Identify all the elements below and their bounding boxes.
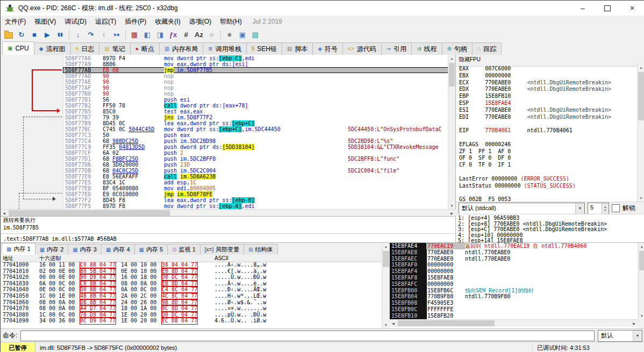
register-row[interactable]: ECX 770EABE0 <ntdll.DbgUiRemoteBreakin> — [459, 80, 638, 87]
memory-row[interactable]: 7704101002 00 0E 0080 5B 04 770E 00 10 0… — [1, 268, 382, 275]
appearance-icon[interactable]: ▣ — [236, 28, 249, 40]
disasm-row[interactable]: 5D8F77E0E8 56EAFAFFcall im.5D8A623B — [63, 174, 448, 179]
menu-item[interactable]: 视图(V) — [30, 16, 60, 28]
disasm-row[interactable]: 5D8F77CF6A 02push 2 — [63, 150, 448, 156]
patches-icon[interactable]: ▦ — [128, 28, 141, 40]
stack-row[interactable]: 15E8FAFC00000000 — [390, 281, 638, 288]
run-to-return-icon[interactable]: ↦ — [110, 28, 123, 40]
step-out-icon[interactable]: ↑ — [97, 28, 110, 40]
disasm-hscrollbar[interactable]: ◀ ▶ — [1, 209, 455, 217]
register-row[interactable] — [459, 189, 638, 196]
stack-row[interactable]: 15E8FAF000000000 — [390, 262, 638, 268]
disasm-row[interactable]: 5D8F77C9FF35 04813D5Dpush dword ptr ds:[… — [63, 144, 448, 150]
disasm-row[interactable]: 5D8F77B2FF50 78call dword ptr ds:[eax+78… — [63, 103, 448, 109]
tab-memory-2[interactable]: ▦内存 2 — [35, 244, 69, 255]
memory-vscrollbar[interactable]: ▲ ▼ — [382, 243, 390, 328]
disasm-row[interactable]: 5D8F77AE90nop — [63, 79, 448, 85]
disasm-row[interactable]: 5D8F77D668 3D020000push 23D — [63, 162, 448, 168]
tab-memory-4[interactable]: ▦内存 4 — [101, 244, 135, 255]
tab-memory-map[interactable]: ▥内存布局 — [159, 42, 203, 55]
stack-row[interactable]: 15E8FB0015E8FB6C指向SEH_Record[1]的指针 — [390, 288, 638, 294]
menu-item[interactable]: 追踪(T) — [91, 16, 120, 28]
menu-item[interactable]: 文件(F) — [1, 16, 30, 28]
stack-row[interactable]: 15E8FAE8770EABE0ntdll.770EABE0 — [390, 249, 638, 256]
scroll-down-button[interactable]: ▼ — [639, 312, 644, 319]
tab-script[interactable]: ▧脚本 — [282, 42, 313, 55]
register-row[interactable]: EFLAGS 00000246 — [459, 141, 638, 148]
scroll-track[interactable] — [639, 250, 644, 312]
scroll-thumb[interactable] — [383, 251, 389, 267]
search-icon[interactable]: ○ — [205, 28, 218, 40]
step-over-icon[interactable]: ↷ — [84, 28, 97, 40]
disasm-row[interactable]: 5D8F77DB68 04C0C25Dpush im.5DC2C0045DC2C… — [63, 168, 448, 174]
tab-seh[interactable]: §SEH链 — [246, 42, 282, 55]
hash-icon[interactable]: # — [180, 28, 192, 40]
case-icon[interactable]: Az — [192, 28, 205, 40]
scroll-down-button[interactable]: ▼ — [448, 202, 455, 209]
stop-icon[interactable]: ■ — [28, 28, 41, 40]
tab-notes[interactable]: ▤笔记 — [99, 42, 130, 55]
register-row[interactable]: ESI 770EABE0 <ntdll.DbgUiRemoteBreakin> — [459, 107, 638, 114]
tab-trace[interactable]: ∴跟踪 — [472, 42, 502, 55]
hide-fpu-button[interactable]: 隐藏FPU — [459, 56, 481, 62]
disasm-row[interactable]: 5D8F77B156push esi — [63, 97, 448, 103]
tab-memory-1[interactable]: ▦内存 1 — [2, 243, 35, 255]
scroll-thumb[interactable] — [638, 72, 644, 120]
scroll-up-button[interactable]: ▲ — [382, 243, 390, 250]
stack-row[interactable]: 15E8FAE4770EAC19返回到 ntdll.770EAC19 自 ntd… — [390, 243, 638, 249]
disasm-row[interactable]: 5D8F77AF90nop — [63, 85, 448, 91]
disassembly-pane[interactable]: 5D8F77A6897D F4mov dword ptr ss:[ebp-C],… — [1, 55, 456, 209]
scroll-up-button[interactable]: ▲ — [638, 64, 644, 71]
menu-item[interactable]: 插件(P) — [120, 16, 151, 28]
tab-breakpoints[interactable]: ●断点 — [130, 42, 160, 55]
tab-symbols[interactable]: ◈符号 — [312, 42, 343, 55]
scroll-thumb[interactable] — [639, 251, 644, 270]
open-file-icon[interactable] — [2, 28, 15, 40]
disasm-row[interactable]: 5D8F77EDE9 0C010000jmp im.5D8F78FE — [63, 191, 448, 197]
step-into-icon[interactable]: ↓ — [71, 28, 84, 40]
scroll-up-button[interactable]: ▲ — [448, 55, 455, 62]
minimize-button[interactable]: – — [570, 1, 595, 16]
tab-threads[interactable]: ⇉线程 — [411, 42, 442, 55]
pause-icon[interactable]: ▮▮ — [54, 28, 67, 40]
command-input[interactable] — [20, 331, 595, 341]
disasm-row[interactable]: 5D8F77E8BF 05400080mov edi,80004005 — [63, 185, 448, 191]
tab-memory-3[interactable]: ▦内存 3 — [68, 244, 102, 255]
unlock-checkbox[interactable] — [612, 204, 620, 212]
disasm-row[interactable]: 5D8F77C468 988DC25Dpush im.5DC2BD985DC2B… — [63, 138, 448, 144]
register-row[interactable]: EDX 770EABE0 <ntdll.DbgUiRemoteBreakin> — [459, 86, 638, 93]
tab-handles[interactable]: ⊕句柄 — [442, 42, 473, 55]
memory-row[interactable]: 7704109034 00 36 000C D9 04 771E 00 20 0… — [1, 318, 382, 324]
register-row[interactable]: CF 0 TF 0 IF 1 — [459, 162, 638, 169]
memory-row[interactable]: 770410300A 00 0C 00C0 8B 04 7708 00 0A 0… — [1, 281, 382, 287]
arg-count-spinner[interactable]: 5 ▲▼ — [588, 203, 609, 214]
disasm-row[interactable]: 5D8F77B98D45 0Clea eax,dword ptr ss:[ebp… — [63, 120, 448, 126]
stack-row[interactable]: 15E8FAEC770EABE0ntdll.770EABE0 — [390, 256, 638, 262]
disasm-row[interactable]: 5D8F77B090nop — [63, 91, 448, 97]
register-row[interactable] — [459, 120, 638, 127]
tab-locals[interactable]: [x=]局部变量 — [200, 244, 244, 255]
tab-source[interactable]: <>源代码 — [342, 42, 382, 55]
scroll-track[interactable] — [397, 320, 631, 327]
memory-row[interactable]: 7704102000 00 0E 0090 D9 04 7716 00 18 0… — [1, 274, 382, 281]
labels-icon[interactable]: ◨ — [154, 28, 167, 40]
stack-row[interactable]: 15E8FB08F45905E3 — [390, 300, 638, 306]
register-row[interactable]: LastError 00000000 (ERROR_SUCCESS) — [459, 176, 638, 183]
tab-cpu[interactable]: ▣CPU — [2, 41, 34, 55]
register-row[interactable]: EIP 770B4061 ntdll.770B4061 — [459, 127, 638, 134]
scroll-down-button[interactable]: ▼ — [382, 321, 390, 328]
memory-row[interactable]: 770410801C 00 0C 0070 D9 04 771E 00 20 0… — [1, 312, 382, 318]
registers-vscrollbar[interactable]: ▲ ▼ — [637, 64, 644, 202]
spinner-arrows-icon[interactable]: ▲▼ — [602, 203, 609, 214]
memory-row[interactable]: 7704106008 00 0A 00D8 8B 04 7724 00 26 0… — [1, 299, 382, 306]
menu-item[interactable]: 帮助(H) — [216, 16, 246, 28]
disasm-row[interactable]: 5D8F77A98B06mov eax,dword ptr ds:[esi] — [63, 61, 448, 67]
memory-row[interactable]: 770410501C 00 1E 0048 8B 04 772A 00 2C 0… — [1, 293, 382, 299]
memory-row[interactable]: 770410400E 00 0C 00D0 8B 04 770A 00 0C 0… — [1, 286, 382, 293]
register-row[interactable]: EBP 15E8FB10 — [459, 93, 638, 100]
tab-log[interactable]: ≡日志 — [70, 42, 100, 55]
register-row[interactable]: OF 0 SF 0 DF 0 — [459, 155, 638, 162]
stack-row[interactable]: 15E8FAF400000000 — [390, 268, 638, 275]
tab-references[interactable]: ⇒引用 — [381, 42, 412, 55]
disasm-row[interactable]: 5D8F77ABEB 08jmp im.5D8F77B5 — [63, 67, 448, 73]
